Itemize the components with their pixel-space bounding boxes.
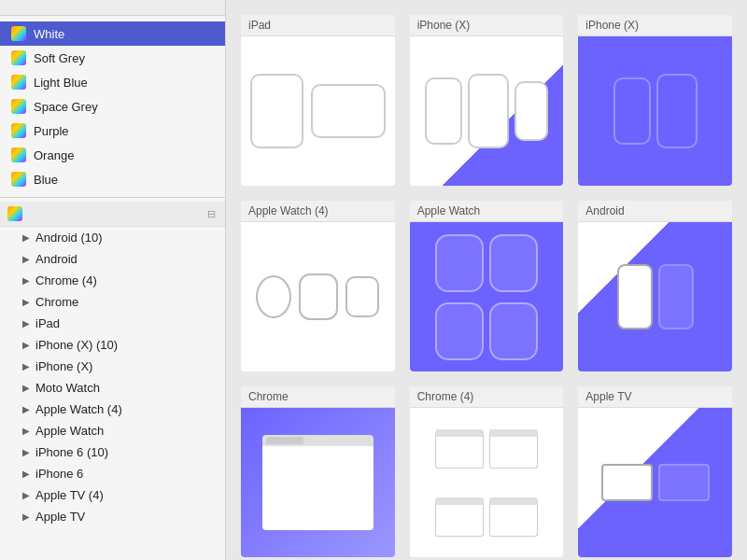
page-item-white[interactable]: White [0,21,225,46]
chevron-right-icon: ▶ [22,469,30,479]
card-title: Android [578,201,732,222]
artboard-card-ipad[interactable]: iPad [241,15,395,186]
artboard-card-iphone-x[interactable]: iPhone (X) [410,15,564,186]
chevron-right-icon: ▶ [22,490,30,500]
page-item-blue[interactable]: Blue [0,167,225,191]
artboards-section: ⊟ ▶Android (10)▶Android▶Chrome (4)▶Chrom… [0,198,225,560]
artboard-item-apple-tv-4[interactable]: ▶Apple TV (4) [0,484,225,506]
iphonex-canvas [410,36,564,186]
pages-section: WhiteSoft GreyLight BlueSpace GreyPurple… [0,16,225,198]
chevron-right-icon: ▶ [22,340,30,350]
artboard-item-apple-tv[interactable]: ▶Apple TV [0,506,225,527]
watch-round [256,275,291,318]
artboard-item-android-10[interactable]: ▶Android (10) [0,227,225,248]
artboard-group-white[interactable]: ⊟ [0,202,225,227]
ipad-portrait [250,74,303,148]
page-item-orange[interactable]: Orange [0,143,225,167]
appletv-canvas [578,408,732,557]
artboard-label: Apple Watch [35,424,104,438]
artboard-item-android[interactable]: ▶Android [0,248,225,270]
chrome4-window-2 [489,429,538,469]
android-device-1 [617,264,653,329]
page-icon [11,172,26,187]
artboard-grid: iPad iPhone (X) iPhone (X) Apple Watch (… [241,15,732,557]
iphonex-device-sm [425,77,462,145]
chrome-canvas [241,408,395,557]
artboard-card-aw4[interactable]: Apple Watch (4) [241,201,395,371]
page-item-space-grey[interactable]: Space Grey [0,94,225,119]
aw-device-1 [435,234,484,292]
artboard-label: iPad [35,316,60,330]
page-icon [11,26,26,41]
artboard-item-iphone-x[interactable]: ▶iPhone (X) [0,356,225,377]
chevron-right-icon: ▶ [22,383,30,393]
page-label: Purple [34,124,69,138]
artboard-label: iPhone (X) [35,359,92,373]
card-title: Chrome (4) [410,386,564,408]
tv-device-1 [601,464,653,501]
page-label: Orange [34,148,74,162]
chrome4-window-1 [435,429,484,469]
ipad-landscape [311,84,385,138]
page-label: Soft Grey [34,51,85,65]
artboard-card-apple-tv[interactable]: Apple TV [578,386,732,557]
artboard-item-iphone-6[interactable]: ▶iPhone 6 [0,463,225,484]
aw-device-3 [435,302,484,360]
artboard-item-iphone-x-10[interactable]: ▶iPhone (X) (10) [0,334,225,356]
page-label: Space Grey [34,100,98,114]
artboard-item-apple-watch-4[interactable]: ▶Apple Watch (4) [0,399,225,420]
artboard-item-chrome-4[interactable]: ▶Chrome (4) [0,270,225,291]
card-title: Apple Watch [410,201,564,222]
page-item-light-blue[interactable]: Light Blue [0,70,225,94]
chrome-window [262,435,374,530]
artboard-label: Apple Watch (4) [35,402,122,416]
chevron-right-icon: ▶ [22,318,30,329]
artboard-card-chrome[interactable]: Chrome [241,386,395,557]
artboard-card-iphone-x-right[interactable]: iPhone (X) [578,15,732,186]
sidebar: WhiteSoft GreyLight BlueSpace GreyPurple… [0,0,226,560]
aw-device-2 [489,234,538,292]
tv-device-2 [658,464,710,501]
iphonex-device-md [468,74,509,148]
chrome4-window-3 [435,497,484,537]
chevron-right-icon: ▶ [22,447,30,457]
chrome4-canvas [410,408,564,557]
artboard-card-aw[interactable]: Apple Watch [410,201,564,371]
page-icon [11,75,26,90]
artboard-item-moto-watch[interactable]: ▶Moto Watch [0,377,225,399]
artboard-label: Chrome (4) [35,273,97,287]
card-title: Apple Watch (4) [241,201,395,222]
artboard-label: Android [35,252,78,266]
artboard-label: Apple TV (4) [35,488,104,502]
artboard-card-chrome4[interactable]: Chrome (4) [410,386,564,557]
artboard-item-chrome[interactable]: ▶Chrome [0,291,225,313]
artboard-group-icon [7,206,22,221]
page-icon [11,99,26,114]
page-item-purple[interactable]: Purple [0,119,225,143]
card-title: Apple TV [578,386,732,408]
chrome4-window-4 [489,497,538,537]
page-icon [11,50,26,65]
card-title: Chrome [241,386,395,408]
chevron-right-icon: ▶ [22,297,30,307]
chevron-right-icon: ▶ [22,254,30,264]
chevron-right-icon: ▶ [22,404,30,414]
iphonex-device-1 [613,77,651,145]
artboard-label: Apple TV [35,510,85,524]
android-device-2 [658,264,694,329]
artboard-label: iPhone 6 (10) [35,445,108,459]
aw-canvas [410,222,564,371]
artboard-item-apple-watch[interactable]: ▶Apple Watch [0,420,225,441]
page-label: Light Blue [34,76,88,90]
chevron-right-icon: ▶ [22,426,30,436]
artboard-card-android[interactable]: Android [578,201,732,371]
iphonex-right-canvas [578,36,732,186]
aw4-canvas [241,222,395,371]
artboard-item-iphone-6-10[interactable]: ▶iPhone 6 (10) [0,441,225,463]
main-content: iPad iPhone (X) iPhone (X) Apple Watch (… [226,0,747,560]
artboard-label: Chrome [35,295,78,309]
sidebar-header [0,0,225,16]
artboard-item-ipad[interactable]: ▶iPad [0,313,225,334]
ipad-canvas [241,36,395,186]
page-item-soft-grey[interactable]: Soft Grey [0,46,225,70]
